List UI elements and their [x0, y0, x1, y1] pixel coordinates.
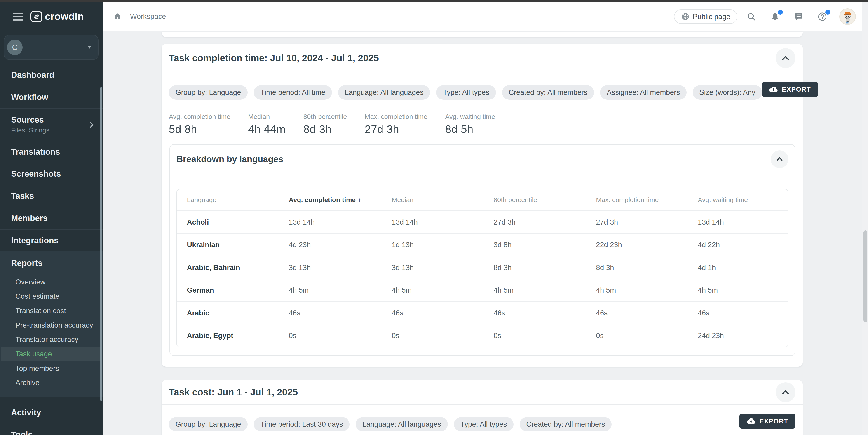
value-cell: 3d 8h [494, 240, 596, 249]
value-cell: 3d 13h [392, 263, 494, 272]
notification-dot [825, 10, 830, 15]
public-page-button[interactable]: Public page [674, 9, 737, 24]
filter-chip[interactable]: Created by: All members [502, 85, 594, 100]
filter-chip[interactable]: Time period: All time [254, 85, 332, 100]
sidebar-item-sources[interactable]: Sources Files, Strings [0, 108, 103, 141]
filter-chip[interactable]: Type: All types [436, 85, 496, 100]
home-icon [114, 12, 122, 20]
sidebar-item-tasks[interactable]: Tasks [0, 185, 103, 207]
chat-icon [794, 12, 803, 21]
filter-chip[interactable]: Group by: Language [169, 85, 248, 100]
task-cost-toolbar: Group by: LanguageTime period: Last 30 d… [169, 417, 796, 432]
hamburger-menu-icon[interactable] [13, 13, 23, 20]
table-column-header[interactable]: 80th percentile [494, 196, 596, 204]
language-cell: Arabic, Egypt [187, 331, 289, 340]
export-button[interactable]: EXPORT [762, 82, 818, 97]
page-scrollbar [862, 2, 868, 435]
table-column-header[interactable]: Avg. waiting time [698, 196, 788, 204]
divider [161, 72, 803, 73]
stat-label: Avg. waiting time [445, 113, 495, 120]
user-avatar[interactable] [839, 8, 856, 25]
sort-ascending-icon: ↑ [358, 196, 361, 203]
value-cell: 13d 14h [392, 218, 494, 226]
filter-chip[interactable]: Type: All types [454, 417, 514, 432]
value-cell: 4d 22h [698, 240, 788, 249]
value-cell: 0s [596, 331, 698, 340]
home-breadcrumb[interactable] [114, 12, 122, 20]
chevron-up-icon [782, 56, 789, 60]
sidebar-subitem-translator-accuracy[interactable]: Translator accuracy [0, 332, 103, 347]
value-cell: 27d 3h [494, 218, 596, 226]
sidebar-item-dashboard[interactable]: Dashboard [0, 64, 103, 86]
table-column-header[interactable]: Avg. completion time↑ [289, 196, 392, 204]
sidebar-header: crowdin [0, 2, 103, 31]
export-button[interactable]: EXPORT [739, 414, 796, 429]
sidebar-item-activity[interactable]: Activity [0, 402, 103, 424]
divider [170, 174, 795, 174]
stat-value: 8d 3h [303, 123, 347, 136]
help-button[interactable] [817, 12, 827, 22]
sidebar-subitem-top-members[interactable]: Top members [0, 361, 103, 376]
sidebar-item-screenshots[interactable]: Screenshots [0, 163, 103, 185]
filter-chip[interactable]: Size (words): Any [693, 85, 762, 100]
sidebar-subitem-cost-estimate[interactable]: Cost estimate [0, 289, 103, 303]
sidebar-subitem-translation-cost[interactable]: Translation cost [0, 303, 103, 318]
organization-selector[interactable]: C [4, 35, 98, 60]
value-cell: 8d 3h [494, 263, 596, 272]
filter-chips: Group by: LanguageTime period: Last 30 d… [169, 417, 612, 432]
sidebar-item-tools[interactable]: Tools [0, 424, 103, 435]
filter-chip[interactable]: Created by: All members [520, 417, 612, 432]
stat-block: Median 4h 44m [248, 113, 285, 136]
sidebar-subitem-archive[interactable]: Archive [0, 376, 103, 390]
task-cost-card: Task cost: Jun 1 - Jul 1, 2025 Group by:… [161, 380, 803, 435]
value-cell: 46s [596, 309, 698, 317]
sidebar-item-integrations[interactable]: Integrations [0, 229, 103, 252]
sidebar-bottom-menu: Activity Tools [0, 402, 103, 435]
language-cell: Acholi [187, 218, 289, 226]
sidebar-subitem-overview[interactable]: Overview [0, 275, 103, 289]
sidebar-item-reports[interactable]: Reports [0, 252, 103, 275]
crowdin-logo-icon [31, 11, 42, 22]
sidebar-subitem-task-usage[interactable]: Task usage [1, 347, 101, 361]
sidebar-item-workflow[interactable]: Workflow [0, 86, 103, 108]
filter-chip[interactable]: Group by: Language [169, 417, 248, 432]
sidebar-subitem-pre-translation-accuracy[interactable]: Pre-translation accuracy [0, 318, 103, 332]
table-row: German 4h 5m4h 5m4h 5m4h 5m4h 5m [177, 279, 788, 301]
value-cell: 4d 1h [698, 263, 788, 272]
page-scrollbar-thumb[interactable] [864, 230, 867, 322]
value-cell: 24d 23h [698, 331, 788, 340]
task-completion-toolbar: Group by: LanguageTime period: All timeL… [169, 85, 796, 100]
sidebar-reports-panel: Reports OverviewCost estimateTranslation… [0, 252, 103, 397]
filter-chip[interactable]: Language: All languages [338, 85, 430, 100]
table-header-row: LanguageAvg. completion time↑Median80th … [177, 190, 788, 210]
table-column-header[interactable]: Median [392, 196, 494, 204]
table-column-header[interactable]: Max. completion time [596, 196, 698, 204]
table-row: Arabic 46s46s46s46s46s [177, 301, 788, 324]
collapse-section-button[interactable] [776, 382, 796, 402]
table-row: Acholi 13d 14h13d 14h27d 3h27d 3h13d 14h [177, 210, 788, 233]
collapse-section-button[interactable] [776, 48, 796, 68]
stat-label: Avg. completion time [169, 113, 230, 120]
notifications-button[interactable] [771, 12, 779, 22]
table-column-header[interactable]: Language [187, 196, 289, 204]
value-cell: 27d 3h [596, 218, 698, 226]
main-content: Task completion time: Jul 10, 2024 - Jul… [103, 31, 868, 435]
sidebar-item-members[interactable]: Members [0, 207, 103, 229]
messages-button[interactable] [794, 12, 803, 21]
stat-block: 80th percentile 8d 3h [303, 113, 347, 136]
value-cell: 4h 5m [596, 286, 698, 294]
filter-chip[interactable]: Language: All languages [355, 417, 448, 432]
search-button[interactable] [747, 12, 756, 22]
value-cell: 0s [289, 331, 392, 340]
stat-label: Median [248, 113, 285, 120]
filter-chip[interactable]: Time period: Last 30 days [254, 417, 349, 432]
value-cell: 46s [392, 309, 494, 317]
crowdin-logo[interactable]: crowdin [31, 11, 84, 22]
collapse-breakdown-button[interactable] [771, 150, 788, 168]
topbar-actions: Public page [674, 2, 856, 31]
sidebar-item-translations[interactable]: Translations [0, 141, 103, 163]
breadcrumb-workspace[interactable]: Workspace [130, 12, 166, 21]
filter-chip[interactable]: Assignee: All members [600, 85, 687, 100]
table-row: Arabic, Egypt 0s0s0s0s24d 23h [177, 324, 788, 347]
sidebar-scrollbar[interactable] [100, 87, 102, 401]
